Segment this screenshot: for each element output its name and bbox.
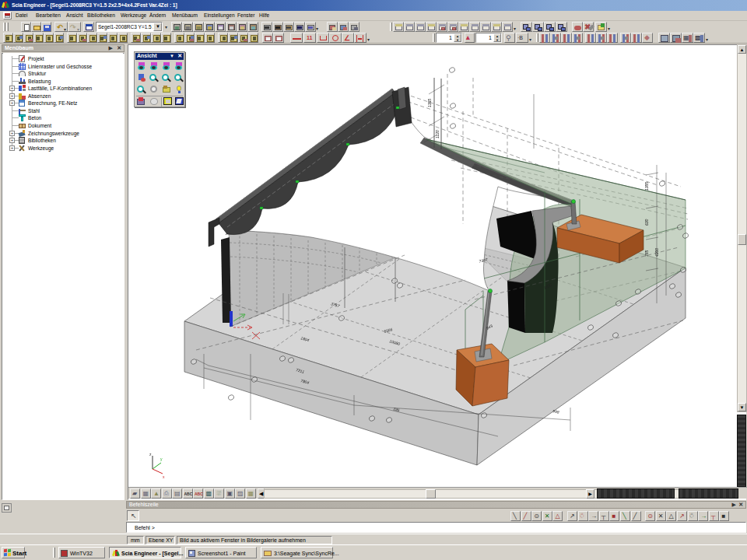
svg-text:1120: 1120 xyxy=(435,130,440,138)
svg-text:998: 998 xyxy=(552,408,560,415)
svg-text:785: 785 xyxy=(644,250,649,257)
svg-text:1365: 1365 xyxy=(427,99,432,107)
svg-text:x: x xyxy=(163,474,165,479)
svg-text:z: z xyxy=(149,452,152,457)
svg-text:1385: 1385 xyxy=(644,182,649,191)
svg-text:y: y xyxy=(160,457,163,461)
svg-text:4200: 4200 xyxy=(654,248,659,257)
svg-text:630: 630 xyxy=(644,219,649,226)
